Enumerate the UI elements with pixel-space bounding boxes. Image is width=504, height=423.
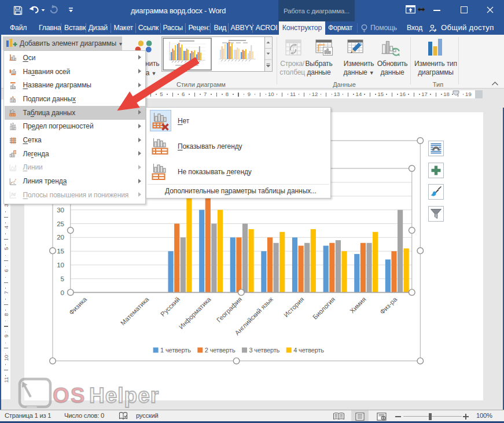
svg-text:Helper: Helper [89, 384, 159, 407]
svg-text:Информатика: Информатика [178, 295, 213, 330]
svg-text:Биология: Биология [311, 296, 336, 321]
svg-text:20: 20 [57, 234, 64, 241]
svg-text:4 четверть: 4 четверть [293, 347, 324, 354]
svg-text:0: 0 [61, 289, 64, 296]
svg-text:1 четверть: 1 четверть [160, 347, 191, 354]
svg-text:Русский: Русский [159, 296, 181, 318]
svg-text:OS: OS [53, 384, 86, 407]
svg-text:2 четверть: 2 четверть [205, 347, 236, 354]
svg-text:Физ-ра: Физ-ра [378, 295, 399, 315]
svg-text:Физика: Физика [68, 295, 89, 316]
svg-text:Математика: Математика [119, 295, 150, 326]
svg-text:География: География [215, 296, 243, 323]
svg-text:Химия: Химия [348, 296, 367, 315]
svg-text:История: История [282, 296, 305, 318]
svg-text:25: 25 [57, 220, 64, 227]
svg-text:10: 10 [57, 262, 64, 268]
svg-text:5: 5 [61, 275, 64, 282]
svg-text:30: 30 [57, 207, 64, 214]
svg-text:15: 15 [57, 248, 64, 255]
svg-text:3 четверть: 3 четверть [249, 347, 280, 354]
